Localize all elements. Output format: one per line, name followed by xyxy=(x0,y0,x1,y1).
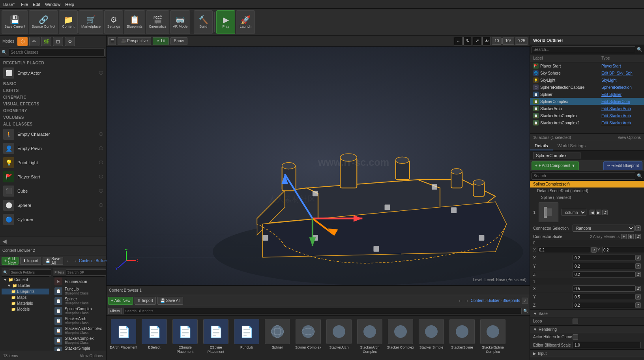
outliner-item[interactable]: ⬡ SphereReflectionCapture SphereReflecti… xyxy=(530,84,644,91)
thumb-prev-button[interactable]: ◀ xyxy=(590,210,595,215)
list-item[interactable]: 🚩 Player Start ⓘ xyxy=(0,170,106,184)
asset-row[interactable]: 📋 SplinerBlueprint Class xyxy=(53,296,105,306)
asset-thumbnail[interactable]: 📄 FuncLib xyxy=(233,319,260,350)
list-item[interactable]: ⚪ Sphere ⓘ xyxy=(0,198,106,212)
folder-blueprints[interactable]: 📁 Blueprints xyxy=(2,289,49,294)
foliage-mode-button[interactable]: 🌿 xyxy=(41,37,51,46)
paint-mode-button[interactable]: ✏ xyxy=(29,37,39,46)
list-item[interactable]: 🚶 Empty Character ⓘ xyxy=(0,127,106,141)
cb1-import-button[interactable]: ⬆ Import xyxy=(135,297,155,305)
folder-maps[interactable]: 📁 Maps xyxy=(2,294,49,300)
marketplace-button[interactable]: 🛒 Marketplace xyxy=(79,10,103,34)
oi-type-edit[interactable]: Edit BP_Sky_Sph xyxy=(601,71,641,75)
cb1-add-new-button[interactable]: + Add New xyxy=(108,297,133,305)
camera-speed-button[interactable]: 👁 xyxy=(482,37,491,45)
outliner-item[interactable]: 💡 SkyLight SkyLight xyxy=(530,77,644,84)
array-reset-button[interactable]: ↺ xyxy=(635,234,641,239)
asset-thumbnail[interactable]: 📄 EArch Placement xyxy=(110,319,137,350)
z-field-reset-1[interactable]: ↺ xyxy=(635,302,641,308)
menu-help[interactable]: Help xyxy=(65,2,74,7)
x-input-0[interactable] xyxy=(538,247,590,253)
oi-type-edit[interactable]: Edit StackerArch xyxy=(601,107,641,111)
outliner-item[interactable]: 📋 StackerArchComplex Edit StackerArch xyxy=(530,112,644,119)
array-clear-button[interactable]: 🗑 xyxy=(628,234,634,239)
settings-button[interactable]: ⚙ Settings xyxy=(104,10,123,34)
cylinder-info[interactable]: ⓘ xyxy=(99,217,103,222)
list-item[interactable]: 💡 Point Light ⓘ xyxy=(0,156,106,170)
folder-search-input[interactable] xyxy=(9,269,51,276)
asset-row[interactable]: 📋 FuncLibBlueprint Class xyxy=(53,286,105,296)
asset-row[interactable]: 📋 SplinerComplexBlueprint Class xyxy=(53,306,105,316)
asset-thumbnail[interactable]: 📄 ESelect xyxy=(140,319,168,350)
perspective-button[interactable]: 🎥 Perspective xyxy=(118,37,151,45)
lit-button[interactable]: ☀ Lit xyxy=(153,37,169,45)
scale-gizmo-button[interactable]: ⤢ xyxy=(473,37,481,45)
content-button[interactable]: 📁 Content xyxy=(59,10,78,34)
y-field-1[interactable] xyxy=(573,294,635,300)
empty-pawn-info[interactable]: ⓘ xyxy=(99,146,103,151)
asset-row[interactable]: 📋 StackerArchBlueprint Class xyxy=(53,316,105,326)
nav-back-button[interactable]: ← xyxy=(66,258,71,264)
add-component-button[interactable]: + + Add Component ▼ xyxy=(532,161,579,170)
oi-type-edit[interactable]: Edit SplinerCom xyxy=(601,99,641,104)
component-default-scene-root[interactable]: DefaultSceneRoot (Inherited) xyxy=(530,188,644,194)
list-item[interactable]: 👤 Empty Pawn ⓘ xyxy=(0,141,106,156)
array-add-button[interactable]: + xyxy=(621,234,627,239)
base-section-header[interactable]: ▼ Base xyxy=(530,309,644,317)
input-section-header[interactable]: ▶ Input xyxy=(530,349,644,357)
folder-materials[interactable]: 📁 Materials xyxy=(2,300,49,306)
point-light-info[interactable]: ⓘ xyxy=(99,160,103,165)
cube-info[interactable]: ⓘ xyxy=(99,188,103,194)
cb1-nav-back[interactable]: ← xyxy=(458,298,463,304)
cb1-bc-content[interactable]: Content xyxy=(471,298,485,303)
loop-checkbox[interactable] xyxy=(573,319,578,324)
asset-search-input[interactable] xyxy=(66,269,107,276)
oi-type-edit[interactable]: Edit StackerArch xyxy=(601,114,641,118)
actor-name-input[interactable] xyxy=(533,152,580,159)
world-settings-tab[interactable]: World Settings xyxy=(553,142,590,150)
y-field-0[interactable] xyxy=(573,263,635,269)
viewport-menu-button[interactable]: ☰ xyxy=(108,37,116,45)
cb1-bc-builder[interactable]: Builder xyxy=(487,298,500,303)
y-field-reset-0[interactable]: ↺ xyxy=(635,263,641,269)
x-field-0[interactable] xyxy=(573,255,635,261)
asset-row[interactable]: 📋 StackerComplexBlueprint Class xyxy=(53,336,105,345)
view-options-button[interactable]: View Options xyxy=(618,135,641,140)
folder-models[interactable]: 📁 Models xyxy=(2,306,49,312)
asset-thumbnail[interactable]: StackerArch xyxy=(325,319,353,350)
z-field-reset-0[interactable]: ↺ xyxy=(635,272,641,277)
folder-builder[interactable]: ▼ 📁 Builder xyxy=(2,283,49,289)
thumb-next-button[interactable]: ▶ xyxy=(596,210,601,215)
asset-thumbnail[interactable]: 📄 ESimple Placement xyxy=(171,319,199,354)
oi-type-edit[interactable]: Edit Spliner xyxy=(601,92,641,97)
asset-thumbnail[interactable]: StackerArch Complex xyxy=(356,319,384,354)
vr-mode-button[interactable]: 🥽 VR Mode xyxy=(170,10,191,34)
outliner-search-input[interactable] xyxy=(532,46,635,53)
menu-file[interactable]: File xyxy=(21,2,28,7)
cb1-save-all-button[interactable]: 💾 Save All xyxy=(157,297,183,305)
folder-content[interactable]: ▼ 📁 Content xyxy=(2,277,49,283)
asset-thumbnail[interactable]: Stacker Complex xyxy=(387,319,414,350)
player-start-info[interactable]: ⓘ xyxy=(99,174,103,180)
empty-character-info[interactable]: ⓘ xyxy=(99,131,103,137)
asset-thumbnail[interactable]: Spliner xyxy=(264,319,291,350)
play-button[interactable]: ▶ Play xyxy=(216,10,235,34)
scale-snap-button[interactable]: 0.25 xyxy=(515,38,528,45)
launch-button[interactable]: 🚀 Launch xyxy=(236,10,255,34)
x-reset-0[interactable]: ↺ xyxy=(591,247,597,253)
x-field-reset-0[interactable]: ↺ xyxy=(635,255,641,261)
outliner-item[interactable]: 🌐 Sky Sphere Edit BP_Sky_Sph xyxy=(530,69,644,77)
connector-selection-dropdown[interactable]: Random Sequential First Last xyxy=(573,225,635,232)
oi-type-edit[interactable]: Edit StackerArch xyxy=(601,121,641,125)
y-field-reset-1[interactable]: ↺ xyxy=(635,294,641,300)
empty-actor-info[interactable]: ⓘ xyxy=(99,70,103,76)
component-spline[interactable]: Spline (Inherited) xyxy=(530,194,644,201)
outliner-item[interactable]: 📋 StackerArchComplex2 Edit StackerArch xyxy=(530,119,644,126)
asset-row[interactable]: 📋 StackerArchComplexBlueprint Class xyxy=(53,326,105,336)
connector-selection-reset[interactable]: ↺ xyxy=(635,225,641,231)
cb2-import-button[interactable]: ⬆ Import xyxy=(20,257,41,265)
asset-thumbnail[interactable]: 📄 ESpline Placement xyxy=(202,319,230,354)
geometry-mode-button[interactable]: ◻ xyxy=(53,37,63,46)
cb2-add-new-button[interactable]: + Add New xyxy=(2,257,19,265)
actor-hidden-checkbox[interactable] xyxy=(573,334,578,340)
